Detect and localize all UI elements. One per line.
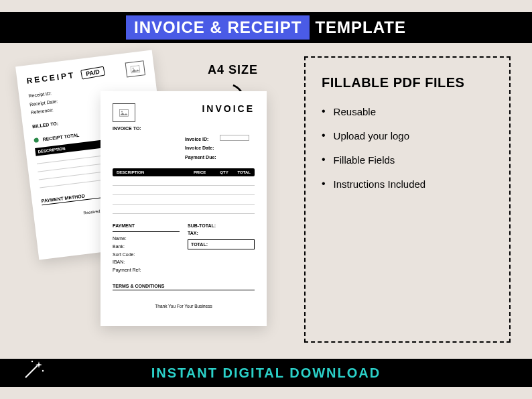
payment-header: PAYMENT	[113, 222, 180, 232]
invoice-meta: Invoice ID: Invoice Date: Payment Due:	[185, 135, 255, 162]
header-highlight: INVOICE & RECEIPT	[126, 15, 310, 40]
footer-bar: INSTANT DIGITAL DOWNLOAD	[0, 359, 532, 387]
invoice-lines	[113, 176, 255, 214]
subtotal-label: SUB-TOTAL:	[188, 222, 255, 229]
col-price: PRICE	[184, 170, 206, 174]
features-list: Reusable Upload your logo Fillable Field…	[322, 105, 493, 190]
header-bar: INVOICE & RECEIPT TEMPLATE	[0, 12, 532, 43]
feature-item: Upload your logo	[322, 129, 493, 141]
features-title: FILLABLE PDF FILES	[322, 75, 493, 91]
wand-icon	[20, 356, 47, 383]
feature-item: Fillable Fields	[322, 154, 493, 166]
invoice-thanks: Thank You For Your Business	[113, 304, 255, 308]
tax-label: TAX:	[188, 229, 255, 237]
pay-ref-label: Payment Ref:	[113, 266, 180, 274]
col-description: DESCRIPTION	[117, 170, 184, 174]
invoice-to-label: INVOICE TO:	[113, 122, 255, 131]
a4-size-label: A4 SIZE	[208, 63, 258, 77]
billed-to-label: BILLED TO:	[32, 121, 59, 129]
pay-sort-label: Sort Code:	[113, 251, 180, 259]
paid-stamp: PAID	[80, 66, 105, 80]
totals-section: SUB-TOTAL: TAX: TOTAL:	[188, 222, 255, 274]
svg-point-5	[31, 361, 33, 362]
svg-point-1	[132, 67, 133, 68]
svg-point-3	[121, 111, 123, 112]
pay-bank-label: Bank:	[113, 243, 180, 251]
invoice-id-label: Invoice ID:	[185, 135, 220, 144]
pay-name-label: Name:	[113, 235, 180, 243]
feature-item: Instructions Included	[322, 178, 493, 190]
svg-line-4	[25, 365, 38, 378]
stage: A4 SIZE RECEIPT PAID Receipt ID: Receipt…	[0, 43, 532, 359]
feature-item: Reusable	[322, 105, 493, 117]
receipt-total-label: RECEIPT TOTAL	[42, 133, 79, 142]
footer-text: INSTANT DIGITAL DOWNLOAD	[151, 365, 381, 381]
logo-placeholder-icon	[125, 60, 145, 77]
features-panel: FILLABLE PDF FILES Reusable Upload your …	[304, 56, 511, 343]
invoice-sheet: INVOICE INVOICE TO: Invoice ID: Invoice …	[101, 91, 267, 326]
payment-section: PAYMENT Name: Bank: Sort Code: IBAN: Pay…	[113, 222, 180, 274]
payment-due-label: Payment Due:	[185, 153, 220, 162]
table-header: DESCRIPTION PRICE QTY TOTAL	[113, 168, 255, 176]
pay-iban-label: IBAN:	[113, 258, 180, 266]
total-dot-icon	[34, 137, 39, 143]
terms-header: TERMS & CONDITIONS	[113, 284, 255, 290]
col-total: TOTAL	[228, 170, 251, 174]
col-qty: QTY	[206, 170, 228, 174]
invoice-date-label: Invoice Date:	[185, 144, 220, 152]
header-rest: TEMPLATE	[315, 18, 406, 37]
logo-placeholder-icon	[113, 103, 135, 122]
svg-point-6	[42, 370, 44, 372]
total-box: TOTAL:	[188, 239, 255, 249]
